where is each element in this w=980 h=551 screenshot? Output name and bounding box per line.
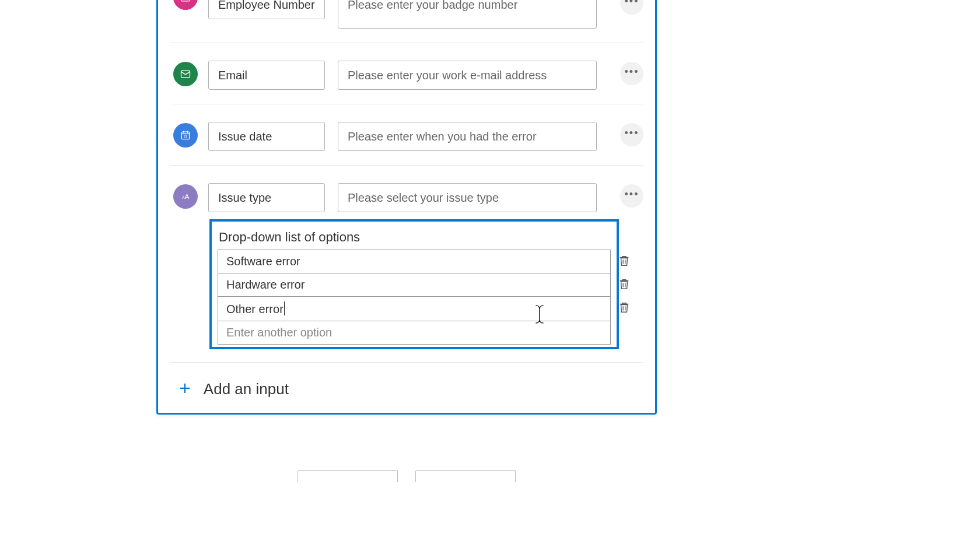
field-name-input[interactable]: Employee Number [208, 0, 325, 19]
dropdown-option-text: Software error [226, 255, 300, 268]
ellipsis-icon: ••• [625, 128, 639, 138]
field-row-issue-type: ᴀA Issue type Please select your issue t… [158, 166, 655, 212]
dropdown-option-text: Other error [226, 303, 284, 315]
svg-text:21: 21 [184, 135, 187, 138]
field-row-issue-date: 21 Issue date Please enter when you had … [158, 104, 655, 157]
email-icon [173, 62, 198, 86]
dropdown-option-input[interactable]: Software error [218, 250, 610, 273]
add-action-button[interactable] [415, 470, 516, 482]
field-prompt-input[interactable]: Please enter when you had the error [338, 122, 597, 151]
dropdown-editor: Drop-down list of options Software error… [209, 219, 655, 349]
field-name-input[interactable]: Issue date [208, 122, 325, 151]
new-step-button[interactable] [298, 470, 398, 482]
text-icon: ᴀA [173, 184, 198, 209]
field-prompt-input[interactable]: Please enter your work e-mail address [338, 61, 597, 90]
trigger-card: 123 Employee Number Please enter your ba… [156, 0, 657, 415]
field-row-employee-number: 123 Employee Number Please enter your ba… [158, 0, 655, 34]
dropdown-option-input[interactable]: Hardware error [218, 273, 610, 297]
field-more-button[interactable]: ••• [620, 184, 643, 208]
dropdown-option-text: Hardware error [226, 278, 304, 291]
dropdown-options-panel: Drop-down list of options Software error… [209, 219, 619, 349]
svg-rect-0 [181, 0, 190, 1]
svg-text:ᴀA: ᴀA [182, 192, 190, 200]
number-icon: 123 [173, 0, 198, 10]
field-more-button[interactable]: ••• [620, 123, 643, 146]
dropdown-new-option-input[interactable]: Enter another option [218, 321, 610, 345]
ellipsis-icon: ••• [625, 189, 639, 199]
dropdown-option-list: Software error Hardware error Other erro… [218, 250, 611, 345]
field-name-input[interactable]: Email [208, 61, 325, 90]
field-prompt-input[interactable]: Please enter your badge number [338, 0, 597, 29]
delete-option-button[interactable] [616, 300, 632, 318]
dropdown-title: Drop-down list of options [212, 222, 617, 250]
text-caret [284, 301, 285, 315]
svg-rect-2 [181, 71, 190, 78]
field-more-button[interactable]: ••• [620, 0, 643, 15]
bottom-button-row [298, 470, 516, 482]
field-row-email: Email Please enter your work e-mail addr… [158, 43, 655, 96]
ellipsis-icon: ••• [625, 0, 639, 6]
plus-icon: + [179, 378, 191, 398]
delete-option-button[interactable] [616, 253, 632, 272]
add-input-label: Add an input [204, 380, 289, 398]
delete-option-button[interactable] [616, 276, 632, 295]
ellipsis-icon: ••• [625, 66, 639, 77]
dropdown-option-input[interactable]: Other error [218, 297, 610, 321]
field-prompt-input[interactable]: Please select your issue type [338, 183, 597, 212]
field-more-button[interactable]: ••• [620, 62, 643, 85]
calendar-icon: 21 [173, 123, 198, 148]
field-name-input[interactable]: Issue type [208, 183, 325, 212]
add-input-button[interactable]: + Add an input [158, 363, 655, 399]
